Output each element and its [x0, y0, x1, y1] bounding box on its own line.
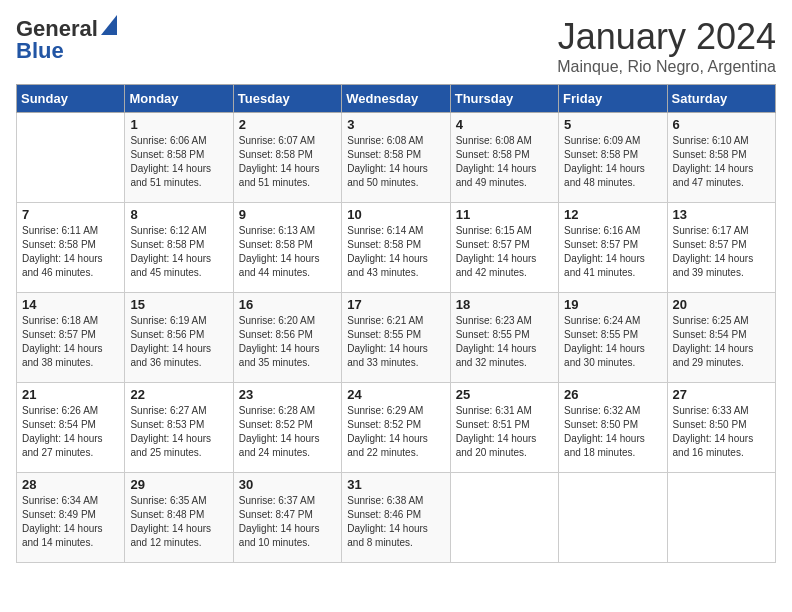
calendar-cell: 22Sunrise: 6:27 AM Sunset: 8:53 PM Dayli…	[125, 383, 233, 473]
day-number: 9	[239, 207, 336, 222]
day-info: Sunrise: 6:31 AM Sunset: 8:51 PM Dayligh…	[456, 404, 553, 460]
day-info: Sunrise: 6:14 AM Sunset: 8:58 PM Dayligh…	[347, 224, 444, 280]
calendar-cell: 19Sunrise: 6:24 AM Sunset: 8:55 PM Dayli…	[559, 293, 667, 383]
calendar-cell: 1Sunrise: 6:06 AM Sunset: 8:58 PM Daylig…	[125, 113, 233, 203]
calendar-cell: 10Sunrise: 6:14 AM Sunset: 8:58 PM Dayli…	[342, 203, 450, 293]
calendar-cell: 24Sunrise: 6:29 AM Sunset: 8:52 PM Dayli…	[342, 383, 450, 473]
calendar-cell: 31Sunrise: 6:38 AM Sunset: 8:46 PM Dayli…	[342, 473, 450, 563]
calendar-cell: 3Sunrise: 6:08 AM Sunset: 8:58 PM Daylig…	[342, 113, 450, 203]
calendar-cell: 5Sunrise: 6:09 AM Sunset: 8:58 PM Daylig…	[559, 113, 667, 203]
calendar-cell: 25Sunrise: 6:31 AM Sunset: 8:51 PM Dayli…	[450, 383, 558, 473]
day-number: 27	[673, 387, 770, 402]
day-number: 13	[673, 207, 770, 222]
day-info: Sunrise: 6:26 AM Sunset: 8:54 PM Dayligh…	[22, 404, 119, 460]
day-info: Sunrise: 6:12 AM Sunset: 8:58 PM Dayligh…	[130, 224, 227, 280]
day-number: 10	[347, 207, 444, 222]
day-info: Sunrise: 6:35 AM Sunset: 8:48 PM Dayligh…	[130, 494, 227, 550]
calendar-week-row: 7Sunrise: 6:11 AM Sunset: 8:58 PM Daylig…	[17, 203, 776, 293]
day-info: Sunrise: 6:38 AM Sunset: 8:46 PM Dayligh…	[347, 494, 444, 550]
day-number: 7	[22, 207, 119, 222]
day-number: 6	[673, 117, 770, 132]
day-info: Sunrise: 6:10 AM Sunset: 8:58 PM Dayligh…	[673, 134, 770, 190]
day-number: 16	[239, 297, 336, 312]
day-info: Sunrise: 6:17 AM Sunset: 8:57 PM Dayligh…	[673, 224, 770, 280]
day-number: 4	[456, 117, 553, 132]
calendar-cell: 14Sunrise: 6:18 AM Sunset: 8:57 PM Dayli…	[17, 293, 125, 383]
day-number: 29	[130, 477, 227, 492]
col-wednesday: Wednesday	[342, 85, 450, 113]
calendar-cell: 2Sunrise: 6:07 AM Sunset: 8:58 PM Daylig…	[233, 113, 341, 203]
day-info: Sunrise: 6:08 AM Sunset: 8:58 PM Dayligh…	[456, 134, 553, 190]
day-info: Sunrise: 6:27 AM Sunset: 8:53 PM Dayligh…	[130, 404, 227, 460]
calendar-week-row: 1Sunrise: 6:06 AM Sunset: 8:58 PM Daylig…	[17, 113, 776, 203]
day-number: 1	[130, 117, 227, 132]
day-info: Sunrise: 6:15 AM Sunset: 8:57 PM Dayligh…	[456, 224, 553, 280]
calendar-cell: 16Sunrise: 6:20 AM Sunset: 8:56 PM Dayli…	[233, 293, 341, 383]
day-info: Sunrise: 6:06 AM Sunset: 8:58 PM Dayligh…	[130, 134, 227, 190]
calendar-cell: 11Sunrise: 6:15 AM Sunset: 8:57 PM Dayli…	[450, 203, 558, 293]
header: General Blue January 2024 Mainque, Rio N…	[16, 16, 776, 76]
calendar-cell: 29Sunrise: 6:35 AM Sunset: 8:48 PM Dayli…	[125, 473, 233, 563]
day-info: Sunrise: 6:32 AM Sunset: 8:50 PM Dayligh…	[564, 404, 661, 460]
calendar-table: Sunday Monday Tuesday Wednesday Thursday…	[16, 84, 776, 563]
calendar-week-row: 28Sunrise: 6:34 AM Sunset: 8:49 PM Dayli…	[17, 473, 776, 563]
svg-marker-0	[101, 15, 117, 35]
calendar-cell: 9Sunrise: 6:13 AM Sunset: 8:58 PM Daylig…	[233, 203, 341, 293]
col-monday: Monday	[125, 85, 233, 113]
logo-blue: Blue	[16, 38, 64, 64]
day-number: 23	[239, 387, 336, 402]
day-number: 21	[22, 387, 119, 402]
day-number: 5	[564, 117, 661, 132]
day-number: 18	[456, 297, 553, 312]
day-info: Sunrise: 6:33 AM Sunset: 8:50 PM Dayligh…	[673, 404, 770, 460]
calendar-cell: 7Sunrise: 6:11 AM Sunset: 8:58 PM Daylig…	[17, 203, 125, 293]
calendar-cell	[667, 473, 775, 563]
day-info: Sunrise: 6:23 AM Sunset: 8:55 PM Dayligh…	[456, 314, 553, 370]
logo-triangle	[101, 15, 117, 39]
day-info: Sunrise: 6:34 AM Sunset: 8:49 PM Dayligh…	[22, 494, 119, 550]
day-info: Sunrise: 6:28 AM Sunset: 8:52 PM Dayligh…	[239, 404, 336, 460]
calendar-week-row: 14Sunrise: 6:18 AM Sunset: 8:57 PM Dayli…	[17, 293, 776, 383]
day-number: 20	[673, 297, 770, 312]
calendar-cell: 21Sunrise: 6:26 AM Sunset: 8:54 PM Dayli…	[17, 383, 125, 473]
month-title: January 2024	[557, 16, 776, 58]
day-number: 15	[130, 297, 227, 312]
col-sunday: Sunday	[17, 85, 125, 113]
day-number: 17	[347, 297, 444, 312]
day-info: Sunrise: 6:13 AM Sunset: 8:58 PM Dayligh…	[239, 224, 336, 280]
day-info: Sunrise: 6:08 AM Sunset: 8:58 PM Dayligh…	[347, 134, 444, 190]
day-number: 26	[564, 387, 661, 402]
day-number: 28	[22, 477, 119, 492]
calendar-cell: 27Sunrise: 6:33 AM Sunset: 8:50 PM Dayli…	[667, 383, 775, 473]
day-number: 12	[564, 207, 661, 222]
day-info: Sunrise: 6:16 AM Sunset: 8:57 PM Dayligh…	[564, 224, 661, 280]
calendar-cell: 6Sunrise: 6:10 AM Sunset: 8:58 PM Daylig…	[667, 113, 775, 203]
day-number: 25	[456, 387, 553, 402]
col-saturday: Saturday	[667, 85, 775, 113]
day-number: 19	[564, 297, 661, 312]
calendar-cell: 17Sunrise: 6:21 AM Sunset: 8:55 PM Dayli…	[342, 293, 450, 383]
day-number: 14	[22, 297, 119, 312]
day-number: 31	[347, 477, 444, 492]
calendar-cell	[450, 473, 558, 563]
day-info: Sunrise: 6:37 AM Sunset: 8:47 PM Dayligh…	[239, 494, 336, 550]
col-tuesday: Tuesday	[233, 85, 341, 113]
day-info: Sunrise: 6:25 AM Sunset: 8:54 PM Dayligh…	[673, 314, 770, 370]
calendar-cell	[17, 113, 125, 203]
header-row: Sunday Monday Tuesday Wednesday Thursday…	[17, 85, 776, 113]
calendar-cell: 12Sunrise: 6:16 AM Sunset: 8:57 PM Dayli…	[559, 203, 667, 293]
location-title: Mainque, Rio Negro, Argentina	[557, 58, 776, 76]
day-info: Sunrise: 6:11 AM Sunset: 8:58 PM Dayligh…	[22, 224, 119, 280]
day-number: 30	[239, 477, 336, 492]
day-info: Sunrise: 6:29 AM Sunset: 8:52 PM Dayligh…	[347, 404, 444, 460]
day-info: Sunrise: 6:07 AM Sunset: 8:58 PM Dayligh…	[239, 134, 336, 190]
day-number: 2	[239, 117, 336, 132]
day-info: Sunrise: 6:19 AM Sunset: 8:56 PM Dayligh…	[130, 314, 227, 370]
day-info: Sunrise: 6:24 AM Sunset: 8:55 PM Dayligh…	[564, 314, 661, 370]
day-info: Sunrise: 6:21 AM Sunset: 8:55 PM Dayligh…	[347, 314, 444, 370]
calendar-cell: 8Sunrise: 6:12 AM Sunset: 8:58 PM Daylig…	[125, 203, 233, 293]
calendar-cell: 15Sunrise: 6:19 AM Sunset: 8:56 PM Dayli…	[125, 293, 233, 383]
day-number: 8	[130, 207, 227, 222]
day-number: 24	[347, 387, 444, 402]
title-area: January 2024 Mainque, Rio Negro, Argenti…	[557, 16, 776, 76]
